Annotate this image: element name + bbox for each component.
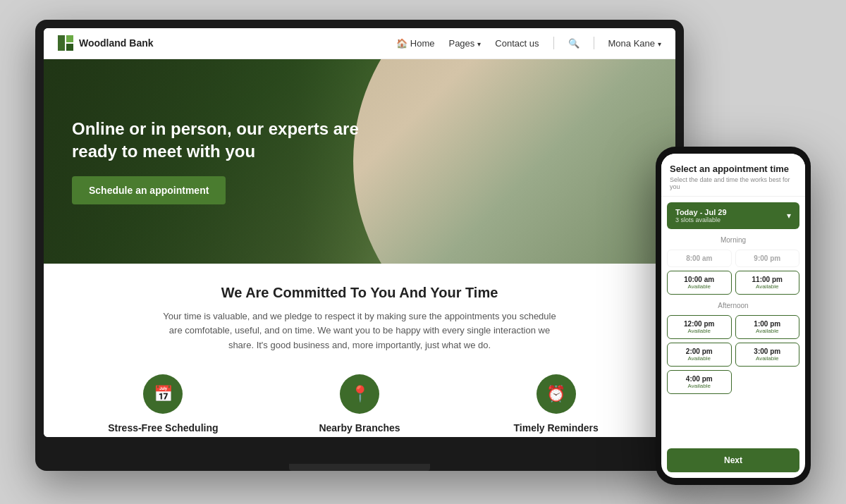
time-val: 8:00 am (673, 254, 725, 262)
hero-section: Online or in person, our experts are rea… (44, 59, 675, 264)
logo-area: Woodland Bank (58, 35, 154, 51)
features-row: 📅 Stress-Free Scheduling Our online sche… (72, 374, 647, 437)
time-status: Available (742, 328, 794, 334)
time-status: Available (742, 355, 794, 362)
user-chevron-icon (658, 38, 661, 49)
time-status: Available (742, 283, 794, 290)
afternoon-time-grid: 12:00 pm Available 1:00 pm Available 2:0… (667, 315, 799, 394)
time-val: 2:00 pm (673, 348, 725, 355)
home-icon: 🏠 (396, 38, 407, 49)
nav-search-icon[interactable]: 🔍 (568, 38, 580, 49)
time-val: 1:00 pm (742, 320, 794, 328)
feature-reminders-title: Timely Reminders (465, 422, 647, 434)
time-status: Available (673, 383, 725, 389)
phone-device: Select an appointment time Select the da… (656, 147, 811, 485)
laptop-device: Woodland Bank 🏠 Home Pages Contact us (35, 20, 684, 471)
time-status: Available (673, 328, 725, 334)
nav-pages[interactable]: Pages (448, 38, 481, 49)
nav-user-label: Mona Kane (608, 38, 656, 49)
time-slot-2pm[interactable]: 2:00 pm Available (667, 343, 732, 367)
schedule-appointment-button[interactable]: Schedule an appointment (72, 176, 226, 204)
time-slot-3pm[interactable]: 3:00 pm Available (735, 343, 800, 367)
laptop-screen: Woodland Bank 🏠 Home Pages Contact us (44, 28, 675, 437)
commitment-section: We Are Committed To You And Your Time Yo… (72, 285, 647, 353)
scheduling-icon: 📅 (143, 374, 183, 414)
branches-icon: 📍 (340, 374, 379, 414)
pages-chevron-icon (477, 38, 481, 49)
date-info: Today - Jul 29 3 slots available (675, 208, 727, 223)
nav-home-label: Home (410, 38, 435, 49)
time-val: 4:00 pm (673, 375, 725, 383)
date-sub: 3 slots available (675, 216, 727, 223)
scene: Woodland Bank 🏠 Home Pages Contact us (35, 20, 811, 485)
date-label: Today - Jul 29 (675, 208, 727, 216)
svg-rect-1 (66, 35, 73, 42)
navbar: Woodland Bank 🏠 Home Pages Contact us (44, 28, 675, 59)
afternoon-label: Afternoon (667, 299, 799, 311)
time-val: 12:00 pm (673, 320, 725, 328)
time-slot-11pm[interactable]: 11:00 pm Available (735, 271, 800, 295)
time-slot-8am[interactable]: 8:00 am (667, 250, 732, 267)
nav-links: 🏠 Home Pages Contact us 🔍 Mona Kane (396, 37, 661, 49)
time-val: 3:00 pm (742, 348, 794, 355)
morning-time-grid: 8:00 am 9:00 pm 10:00 am Available 11:00… (667, 250, 799, 295)
nav-home[interactable]: 🏠 Home (396, 38, 435, 49)
time-slot-12pm[interactable]: 12:00 pm Available (667, 315, 732, 339)
nav-divider-2 (594, 37, 594, 49)
phone-screen: Select an appointment time Select the da… (661, 154, 805, 478)
time-slot-9pm[interactable]: 9:00 pm (735, 250, 800, 267)
phone-footer: Next (661, 443, 805, 478)
phone-body: Today - Jul 29 3 slots available Morning… (661, 197, 805, 443)
feature-scheduling-title: Stress-Free Scheduling (72, 422, 255, 434)
laptop-base (289, 464, 430, 471)
date-chevron-icon (787, 211, 791, 221)
time-status: Available (673, 283, 725, 290)
main-content: We Are Committed To You And Your Time Yo… (44, 264, 675, 437)
commitment-body: Your time is valuable, and we pledge to … (162, 309, 557, 353)
feature-branches-title: Nearby Branches (269, 422, 451, 434)
next-button[interactable]: Next (667, 448, 799, 472)
nav-pages-label: Pages (448, 38, 474, 49)
date-selector[interactable]: Today - Jul 29 3 slots available (667, 202, 799, 229)
time-slot-10am[interactable]: 10:00 am Available (667, 271, 732, 295)
svg-rect-2 (66, 44, 73, 51)
time-val: 10:00 am (673, 276, 725, 283)
logo-icon (58, 35, 73, 51)
svg-rect-0 (58, 35, 65, 51)
phone-header: Select an appointment time Select the da… (661, 154, 805, 197)
reminders-icon: ⏰ (537, 374, 576, 414)
phone-title: Select an appointment time (670, 164, 797, 174)
time-val: 11:00 pm (742, 276, 794, 283)
nav-contact[interactable]: Contact us (495, 38, 539, 49)
feature-branches: 📍 Nearby Branches We make it easy to cho… (269, 374, 451, 437)
phone-subtitle: Select the date and time the works best … (670, 176, 797, 190)
time-status: Available (673, 355, 725, 362)
time-slot-1pm[interactable]: 1:00 pm Available (735, 315, 800, 339)
morning-label: Morning (667, 233, 799, 245)
feature-scheduling: 📅 Stress-Free Scheduling Our online sche… (72, 374, 255, 437)
time-val: 9:00 pm (742, 254, 794, 262)
nav-divider (553, 37, 554, 49)
hero-title: Online or in person, our experts are rea… (72, 118, 368, 161)
brand-name: Woodland Bank (79, 37, 154, 49)
time-slot-4pm[interactable]: 4:00 pm Available (667, 370, 732, 394)
nav-contact-label: Contact us (495, 38, 539, 49)
commitment-title: We Are Committed To You And Your Time (72, 285, 647, 301)
feature-reminders: ⏰ Timely Reminders Our automated confirm… (465, 374, 647, 437)
hero-content: Online or in person, our experts are rea… (72, 118, 368, 204)
nav-user[interactable]: Mona Kane (608, 38, 662, 49)
